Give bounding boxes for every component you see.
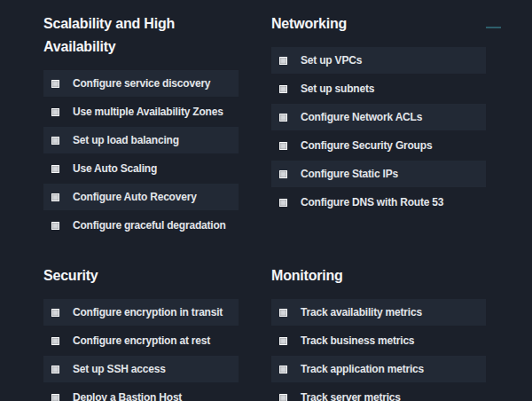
checklist-item[interactable]: Set up SSH access — [43, 356, 239, 382]
checklist-item[interactable]: Track availability metrics — [271, 299, 486, 326]
checklist-security: Configure encryption in transit Configur… — [43, 299, 239, 401]
checklist-networking: Set up VPCs Set up subnets Configure Net… — [271, 47, 486, 216]
checklist-item[interactable]: Track server metrics — [271, 384, 486, 401]
checklist-item-label: Track availability metrics — [301, 306, 422, 318]
checkbox-icon[interactable] — [279, 85, 287, 93]
checklist-item-label: Use Auto Scaling — [73, 162, 157, 175]
checkbox-icon[interactable] — [279, 337, 287, 345]
checklist-item[interactable]: Deploy a Bastion Host — [43, 384, 239, 401]
section-networking: Networking Set up VPCs Set up subnets Co… — [271, 12, 486, 240]
checklist-item[interactable]: Configure encryption at rest — [43, 327, 239, 354]
checklist-item[interactable]: Configure Auto Recovery — [43, 184, 239, 210]
checkbox-icon[interactable] — [51, 80, 59, 88]
section-title-networking: Networking — [271, 12, 486, 35]
checklist-item-label: Configure Network ACLs — [301, 111, 422, 123]
checkbox-icon[interactable] — [51, 193, 59, 201]
checklist-item[interactable]: Configure DNS with Route 53 — [271, 189, 486, 216]
checklist-item-label: Configure DNS with Route 53 — [301, 196, 443, 208]
checkbox-icon[interactable] — [279, 199, 287, 207]
checklist-item-label: Configure encryption at rest — [73, 334, 210, 347]
checklist-item[interactable]: Track business metrics — [271, 327, 486, 354]
section-scalability: Scalability and High Availability Config… — [43, 12, 239, 240]
checkbox-icon[interactable] — [51, 366, 59, 373]
checklist-item-label: Set up VPCs — [301, 54, 362, 67]
checklist-item[interactable]: Configure service discovery — [43, 70, 239, 97]
checkbox-icon[interactable] — [279, 170, 287, 178]
checklist-item[interactable]: Set up subnets — [271, 75, 486, 102]
checkbox-icon[interactable] — [51, 337, 59, 345]
checklist-item-label: Configure encryption in transit — [73, 306, 223, 318]
section-title-scalability: Scalability and High Availability — [43, 12, 239, 59]
checkbox-icon[interactable] — [51, 222, 59, 230]
checklist-item[interactable]: Configure graceful degradation — [43, 212, 239, 239]
checkbox-icon[interactable] — [51, 394, 59, 401]
checkbox-icon[interactable] — [51, 165, 59, 173]
checkbox-icon[interactable] — [51, 137, 59, 145]
checklist-item[interactable]: Set up VPCs — [271, 47, 486, 74]
checklist-item-label: Set up SSH access — [73, 363, 166, 375]
checklist-item-label: Configure Static IPs — [301, 168, 398, 180]
checklist-item-label: Use multiple Availability Zones — [73, 106, 223, 118]
checklist-item[interactable]: Set up load balancing — [43, 127, 239, 153]
checkbox-icon[interactable] — [279, 394, 287, 401]
checklist-item[interactable]: Configure Static IPs — [271, 161, 486, 187]
section-title-monitoring: Monitoring — [271, 264, 486, 287]
checklist-item[interactable]: Configure encryption in transit — [43, 299, 239, 326]
checklist-scalability: Configure service discovery Use multiple… — [43, 70, 239, 239]
checklist-item[interactable]: Configure Security Groups — [271, 132, 486, 159]
checklist-item-label: Configure Security Groups — [301, 139, 432, 152]
section-monitoring: Monitoring Track availability metrics Tr… — [271, 264, 486, 401]
checklist-item-label: Track application metrics — [301, 363, 424, 375]
checklist-item[interactable]: Use Auto Scaling — [43, 155, 239, 182]
checkbox-icon[interactable] — [279, 114, 287, 122]
checklist-item-label: Track server metrics — [301, 391, 401, 401]
section-title-security: Security — [43, 264, 239, 287]
checklist-item-label: Track business metrics — [301, 334, 414, 347]
teal-dash-indicator — [486, 27, 501, 28]
checklist-item[interactable]: Track application metrics — [271, 356, 486, 382]
checkbox-icon[interactable] — [51, 108, 59, 116]
checklist-item[interactable]: Configure Network ACLs — [271, 104, 486, 130]
checklist-item-label: Configure service discovery — [73, 77, 210, 90]
checkbox-icon[interactable] — [279, 366, 287, 373]
checklist-item-label: Configure Auto Recovery — [73, 191, 197, 203]
checkbox-icon[interactable] — [51, 309, 59, 317]
checkbox-icon[interactable] — [279, 57, 287, 65]
section-security: Security Configure encryption in transit… — [43, 264, 239, 401]
checklist-item[interactable]: Use multiple Availability Zones — [43, 98, 239, 125]
checklist-page: { "page": { "background_color": "#1b202a… — [0, 0, 532, 401]
checklist-monitoring: Track availability metrics Track busines… — [271, 299, 486, 401]
checkbox-icon[interactable] — [279, 309, 287, 317]
checklist-item-label: Configure graceful degradation — [73, 219, 226, 232]
checklist-item-label: Set up subnets — [301, 83, 374, 95]
checklist-item-label: Set up load balancing — [73, 134, 179, 146]
checklist-item-label: Deploy a Bastion Host — [73, 391, 182, 401]
checkbox-icon[interactable] — [279, 142, 287, 150]
checklist-board: Scalability and High Availability Config… — [0, 0, 532, 401]
